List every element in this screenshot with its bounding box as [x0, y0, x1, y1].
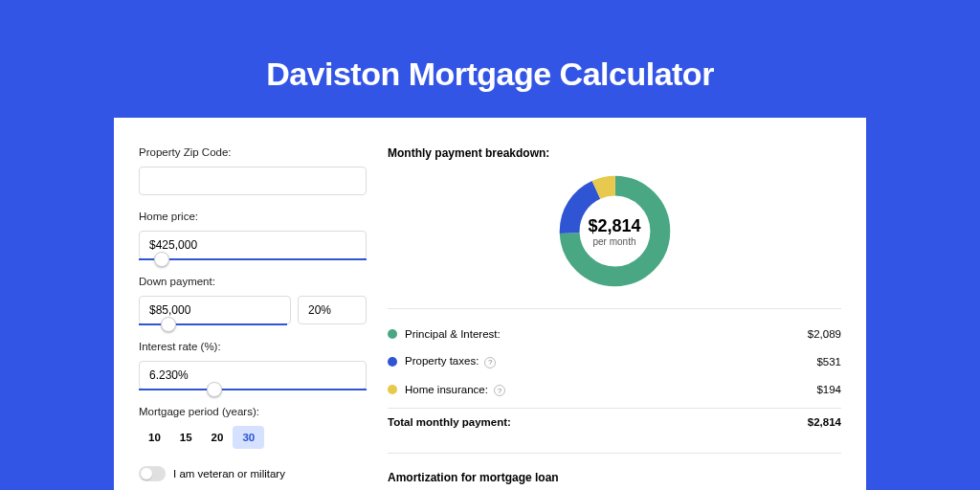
field-down-payment: Down payment: [139, 276, 367, 325]
divider [388, 308, 841, 309]
period-button-15[interactable]: 15 [170, 426, 202, 449]
field-home-price: Home price: [139, 211, 367, 260]
home-price-input[interactable] [139, 231, 367, 259]
period-label: Mortgage period (years): [139, 406, 367, 417]
legend-label: Principal & Interest: [405, 328, 808, 340]
form-column: Property Zip Code: Home price: Down paym… [139, 146, 367, 490]
veteran-toggle[interactable] [139, 466, 166, 481]
veteran-row: I am veteran or military [139, 466, 367, 481]
legend-dot-icon [388, 357, 397, 367]
period-button-20[interactable]: 20 [202, 426, 234, 449]
period-button-30[interactable]: 30 [233, 426, 264, 449]
donut-sub: per month [592, 236, 635, 247]
amortization-title: Amortization for mortgage loan [388, 471, 841, 484]
legend-value: $531 [816, 356, 841, 368]
breakdown-title: Monthly payment breakdown: [388, 146, 841, 160]
down-payment-slider[interactable] [139, 323, 287, 325]
interest-rate-slider[interactable] [139, 389, 367, 390]
legend-total-label: Total monthly payment: [388, 416, 808, 428]
home-price-label: Home price: [139, 211, 367, 222]
home-price-slider-thumb[interactable] [154, 252, 169, 267]
interest-rate-slider-thumb[interactable] [207, 382, 222, 397]
legend-row-2: Home insurance:?$194 [388, 376, 841, 405]
down-payment-label: Down payment: [139, 276, 367, 287]
down-payment-slider-thumb[interactable] [161, 317, 176, 332]
field-zip: Property Zip Code: [139, 146, 367, 195]
zip-label: Property Zip Code: [139, 146, 367, 158]
calculator-panel: Property Zip Code: Home price: Down paym… [114, 118, 866, 490]
field-period: Mortgage period (years): 10152030 [139, 406, 367, 449]
help-icon[interactable]: ? [484, 357, 496, 368]
period-button-10[interactable]: 10 [139, 426, 170, 449]
legend-dot-icon [388, 385, 397, 394]
veteran-label: I am veteran or military [173, 468, 285, 479]
legend-row-0: Principal & Interest:$2,089 [388, 321, 841, 347]
legend-value: $2,089 [808, 328, 841, 340]
interest-rate-label: Interest rate (%): [139, 341, 367, 352]
divider-2 [388, 453, 841, 454]
period-options: 10152030 [139, 426, 367, 449]
veteran-toggle-knob [141, 468, 152, 479]
legend-row-1: Property taxes:?$531 [388, 347, 841, 376]
legend-label: Home insurance:? [405, 384, 816, 397]
help-icon[interactable]: ? [494, 385, 505, 396]
legend-value: $194 [816, 384, 841, 395]
donut-chart: $2,814 per month [388, 171, 841, 291]
legend-dot-icon [388, 329, 397, 339]
legend-total-row: Total monthly payment: $2,814 [388, 408, 841, 435]
zip-input[interactable] [139, 167, 367, 195]
donut-amount: $2,814 [588, 216, 640, 236]
home-price-slider[interactable] [139, 258, 367, 260]
legend-label: Property taxes:? [405, 355, 816, 368]
breakdown-column: Monthly payment breakdown: $2,814 per mo… [388, 146, 841, 490]
interest-rate-input[interactable] [139, 361, 367, 390]
legend: Principal & Interest:$2,089Property taxe… [388, 321, 841, 404]
field-interest-rate: Interest rate (%): [139, 341, 367, 390]
legend-total-value: $2,814 [808, 416, 841, 428]
down-payment-pct-input[interactable] [298, 296, 367, 324]
page-title: Daviston Mortgage Calculator [0, 0, 980, 118]
